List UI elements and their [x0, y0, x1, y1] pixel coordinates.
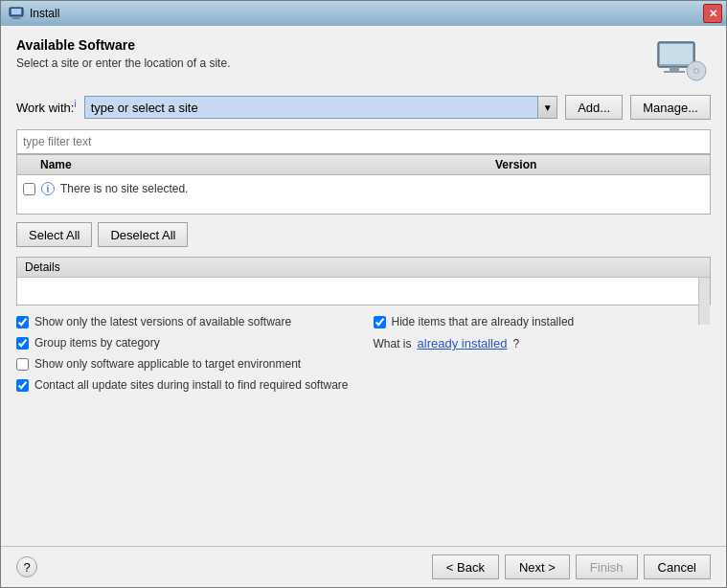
hide-installed-checkbox[interactable]	[374, 316, 386, 328]
options-left: Show only the latest versions of availab…	[16, 315, 354, 392]
title-bar: Install ✕	[1, 1, 726, 26]
no-site-message: There is no site selected.	[60, 182, 188, 195]
contact-sites-checkbox[interactable]	[16, 379, 29, 392]
cancel-button[interactable]: Cancel	[644, 554, 711, 579]
header-icon-area	[653, 37, 711, 85]
svg-rect-7	[664, 71, 685, 73]
select-all-button[interactable]: Select All	[16, 222, 92, 247]
site-input[interactable]	[84, 96, 539, 119]
group-by-category-label: Group items by category	[34, 336, 160, 350]
select-buttons-row: Select All Deselect All	[16, 222, 711, 247]
option-what-is-installed: What is already installed ?	[374, 336, 712, 351]
details-header: Details	[17, 258, 710, 278]
details-label: Details	[25, 260, 60, 274]
software-table: Name Version i There is no site selected…	[16, 154, 711, 215]
info-superscript[interactable]: i	[74, 99, 76, 109]
contact-sites-label: Contact all update sites during install …	[34, 378, 349, 392]
option-group-by-category: Group items by category	[16, 336, 354, 350]
already-installed-link[interactable]: already installed	[418, 336, 508, 351]
back-button[interactable]: < Back	[432, 554, 499, 579]
add-button[interactable]: Add...	[565, 95, 623, 120]
options-right: Hide items that are already installed Wh…	[374, 315, 712, 392]
bottom-left: ?	[16, 556, 37, 577]
svg-rect-6	[670, 67, 679, 71]
table-body: i There is no site selected.	[17, 175, 710, 214]
software-install-icon	[656, 40, 709, 83]
header-row: Available Software Select a site or ente…	[16, 37, 711, 85]
svg-rect-1	[11, 9, 21, 14]
table-header: Name Version	[17, 155, 710, 175]
site-input-wrapper: ▼	[84, 96, 558, 119]
option-contact-sites: Contact all update sites during install …	[16, 378, 354, 392]
table-row: i There is no site selected.	[21, 179, 706, 198]
header-text: Available Software Select a site or ente…	[16, 37, 230, 70]
dropdown-button[interactable]: ▼	[538, 96, 557, 119]
column-version: Version	[495, 158, 706, 171]
option-show-applicable: Show only software applicable to target …	[16, 357, 354, 371]
page-subtitle: Select a site or enter the location of a…	[16, 57, 230, 70]
hide-installed-label: Hide items that are already installed	[392, 315, 575, 328]
option-hide-installed: Hide items that are already installed	[374, 315, 712, 328]
options-columns: Show only the latest versions of availab…	[16, 315, 711, 392]
content-area: Available Software Select a site or ente…	[1, 26, 726, 546]
help-button[interactable]: ?	[16, 556, 37, 577]
manage-button[interactable]: Manage...	[630, 95, 711, 120]
title-bar-left: Install	[9, 6, 59, 21]
show-applicable-checkbox[interactable]	[16, 358, 29, 371]
work-with-label: Work with:i	[16, 99, 77, 115]
filter-input[interactable]	[16, 129, 711, 154]
group-by-category-checkbox[interactable]	[16, 337, 29, 350]
svg-rect-3	[11, 18, 21, 19]
column-name: Name	[21, 158, 495, 171]
bottom-right: < Back Next > Finish Cancel	[432, 554, 711, 579]
work-with-row: Work with:i ▼ Add... Manage...	[16, 95, 711, 120]
window-title: Install	[30, 7, 59, 20]
row-checkbox[interactable]	[23, 183, 35, 195]
option-show-latest: Show only the latest versions of availab…	[16, 315, 354, 328]
next-button[interactable]: Next >	[505, 554, 570, 579]
details-body	[17, 278, 698, 305]
bottom-bar: ? < Back Next > Finish Cancel	[1, 546, 726, 587]
show-latest-label: Show only the latest versions of availab…	[34, 315, 291, 328]
show-applicable-label: Show only software applicable to target …	[34, 357, 301, 371]
svg-rect-2	[13, 16, 19, 18]
page-title: Available Software	[16, 37, 230, 53]
options-section: Show only the latest versions of availab…	[16, 315, 711, 392]
details-section: Details	[16, 257, 711, 305]
deselect-all-button[interactable]: Deselect All	[98, 222, 188, 247]
what-is-suffix: ?	[512, 337, 519, 351]
show-latest-checkbox[interactable]	[16, 316, 29, 328]
finish-button[interactable]: Finish	[576, 554, 638, 579]
close-button[interactable]: ✕	[703, 4, 722, 23]
window-icon	[9, 6, 24, 21]
install-window: Install ✕ Available Software Select a si…	[0, 0, 727, 588]
what-is-prefix: What is	[374, 337, 412, 351]
svg-rect-5	[660, 44, 693, 64]
info-icon: i	[41, 182, 55, 195]
